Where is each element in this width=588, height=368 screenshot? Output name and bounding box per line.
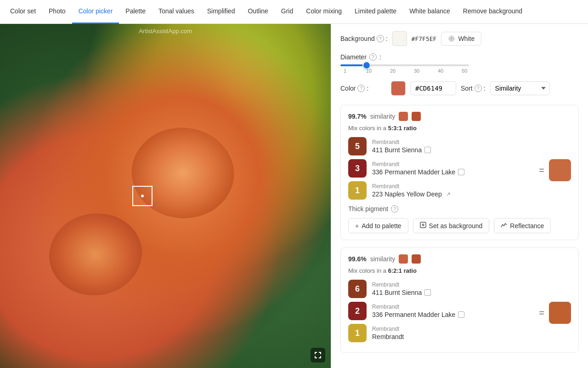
paint-checkbox-1-2[interactable] [458, 169, 464, 175]
paint-number-2-1: 6 [348, 280, 367, 298]
nav-item-outline[interactable]: Outline [241, 0, 274, 24]
main-content: ArtistAssistApp.com Background ? : #F7F5… [0, 24, 588, 368]
tick-30: 30 [412, 68, 421, 74]
color-hex-input[interactable] [410, 81, 456, 95]
nav-item-grid[interactable]: Grid [275, 0, 300, 24]
tick-40: 40 [436, 68, 445, 74]
nav-item-simplified[interactable]: Simplified [201, 0, 242, 24]
paint-number-1-1: 5 [348, 137, 367, 155]
paint-checkbox-1-1[interactable] [424, 147, 431, 153]
similarity-pct-2: 99.6% [348, 255, 367, 263]
background-swatch[interactable] [392, 31, 407, 46]
tick-1: 1 [340, 68, 350, 74]
sort-help-icon[interactable]: ? [475, 85, 482, 92]
paint-brand-2-1: Rembrandt [372, 282, 534, 288]
color-help-icon[interactable]: ? [357, 85, 365, 92]
equals-sign-2: = [539, 308, 544, 318]
flower-image[interactable]: ArtistAssistApp.com [0, 24, 331, 368]
similarity-pct-1: 99.7% [348, 113, 367, 120]
navbar: Color setPhotoColor pickerPaletteTonal v… [0, 0, 588, 24]
background-set-icon [420, 222, 426, 230]
nav-item-white-balance[interactable]: White balance [403, 0, 457, 24]
white-button-icon [448, 35, 455, 42]
paint-row-1-3: 1 Rembrandt 223 Naples Yellow Deep ↗ [348, 181, 534, 200]
thick-pigment-help-icon[interactable]: ? [391, 205, 398, 213]
expand-button[interactable] [311, 348, 325, 362]
diameter-help-icon[interactable]: ? [369, 53, 377, 61]
paint-number-1-3: 1 [348, 181, 367, 200]
paint-name-2-3: Rembrandt [372, 333, 534, 340]
similarity-label-1: similarity [370, 113, 395, 120]
mini-swatch-1a [399, 112, 408, 121]
ratio-row-1: Mix colors in a 5:3:1 ratio [348, 125, 571, 132]
paint-row-1-1: 5 Rembrandt 411 Burnt Sienna [348, 137, 534, 155]
mini-swatch-2a [399, 254, 408, 264]
sort-label: Sort ? : [461, 85, 486, 92]
tick-10: 10 [364, 68, 373, 74]
equals-sign-1: = [539, 165, 544, 176]
paint-checkbox-2-1[interactable] [424, 289, 431, 296]
mixed-color-swatch-1 [549, 159, 571, 181]
similarity-row-2: 99.6% similarity [348, 254, 571, 264]
paint-name-1-2: 336 Permanent Madder Lake [372, 168, 534, 176]
slider-container [340, 64, 579, 66]
result-card-1: 99.7% similarity Mix colors in a 5:3:1 r… [340, 105, 579, 240]
paint-brand-1-1: Rembrandt [372, 139, 534, 145]
image-panel[interactable]: ArtistAssistApp.com [0, 24, 331, 368]
diameter-header: Diameter ? : [340, 53, 579, 61]
diameter-slider[interactable] [340, 64, 469, 66]
nav-item-photo[interactable]: Photo [42, 0, 72, 24]
nav-item-remove-background[interactable]: Remove background [457, 0, 529, 24]
ratio-bold-1: 5:3:1 ratio [388, 125, 417, 132]
paint-brand-2-2: Rembrandt [372, 304, 534, 310]
right-panel: Background ? : #F7F5EF White Diameter ? … [331, 24, 588, 368]
similarity-label-2: similarity [370, 255, 395, 263]
paint-brand-2-3: Rembrandt [372, 326, 534, 332]
sort-select[interactable]: Similarity Hue Lightness Saturation [490, 81, 550, 95]
paint-number-1-2: 3 [348, 159, 367, 178]
result-card-2: 99.6% similarity Mix colors in a 6:2:1 r… [340, 247, 579, 353]
mixed-color-swatch-2 [549, 302, 571, 324]
nav-item-palette[interactable]: Palette [119, 0, 152, 24]
nav-item-limited-palette[interactable]: Limited palette [348, 0, 403, 24]
paint-row-2-3: 1 Rembrandt Rembrandt [348, 324, 534, 342]
paint-brand-1-3: Rembrandt [372, 183, 534, 190]
external-link-icon-1[interactable]: ↗ [445, 190, 452, 198]
reflectance-icon [501, 222, 507, 230]
color-section: Color ? : Sort ? : Similarity Hue Lightn… [340, 81, 579, 96]
expand-icon [314, 351, 322, 359]
action-buttons-1: + Add to palette Set as background [348, 218, 571, 233]
thick-pigment-label-1: Thick pigment [348, 205, 388, 213]
paint-row-2-1: 6 Rembrandt 411 Burnt Sienna [348, 280, 534, 298]
paint-info-2-2: Rembrandt 336 Permanent Madder Lake [372, 304, 534, 318]
add-to-palette-button[interactable]: + Add to palette [348, 218, 408, 233]
nav-item-tonal-values[interactable]: Tonal values [152, 0, 201, 24]
tick-20: 20 [388, 68, 397, 74]
paint-name-1-3: 223 Naples Yellow Deep ↗ [372, 190, 534, 198]
nav-item-color-set[interactable]: Color set [4, 0, 42, 24]
paint-info-1-3: Rembrandt 223 Naples Yellow Deep ↗ [372, 183, 534, 198]
paint-row-1-2: 3 Rembrandt 336 Permanent Madder Lake [348, 159, 534, 178]
paint-info-2-1: Rembrandt 411 Burnt Sienna [372, 282, 534, 296]
paint-number-2-2: 2 [348, 302, 367, 320]
paint-info-2-3: Rembrandt Rembrandt [372, 326, 534, 340]
paint-checkbox-2-2[interactable] [458, 311, 464, 318]
nav-item-color-picker[interactable]: Color picker [72, 0, 119, 24]
paint-name-1-1: 411 Burnt Sienna [372, 146, 534, 154]
set-as-background-button[interactable]: Set as background [413, 218, 490, 233]
background-help-icon[interactable]: ? [377, 35, 384, 42]
ratio-row-2: Mix colors in a 6:2:1 ratio [348, 267, 571, 274]
white-button[interactable]: White [441, 32, 481, 46]
nav-item-color-mixing[interactable]: Color mixing [300, 0, 348, 24]
reflectance-button[interactable]: Reflectance [494, 218, 551, 233]
color-swatch[interactable] [391, 81, 406, 96]
background-hex: #F7F5EF [412, 35, 437, 42]
paint-row-2-2: 2 Rembrandt 336 Permanent Madder Lake [348, 302, 534, 320]
tick-50: 50 [460, 68, 469, 74]
mini-swatch-2b [412, 254, 421, 264]
watermark: ArtistAssistApp.com [139, 28, 192, 34]
selector-box[interactable] [132, 186, 153, 206]
background-row: Background ? : #F7F5EF White [340, 31, 579, 46]
background-label: Background ? : [340, 35, 388, 42]
paint-number-2-3: 1 [348, 324, 367, 342]
